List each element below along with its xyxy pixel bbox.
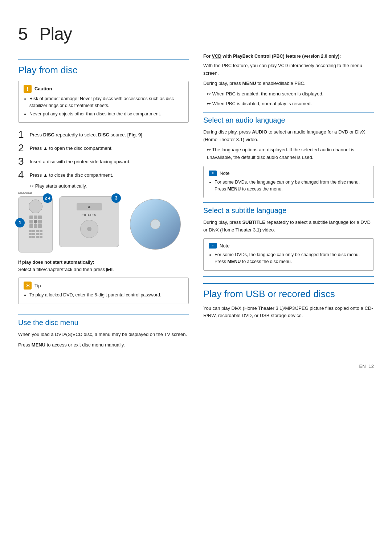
pbc-bullet-1: When PBC is enabled, the menu screen is … bbox=[203, 90, 374, 98]
disc-usb-label: DISC/USB bbox=[18, 191, 32, 195]
step-2: 2 Press ▲ to open the disc compartment. bbox=[18, 143, 189, 154]
pbc-bullet-2: When PBC is disabled, normal play is res… bbox=[203, 100, 374, 108]
tip-box: ✶ Tip To play a locked DVD, enter the 6-… bbox=[18, 278, 189, 304]
divider-2 bbox=[203, 276, 374, 277]
if-play-label: If play does not start automatically: bbox=[18, 259, 189, 266]
tip-list: To play a locked DVD, enter the 6-digit … bbox=[24, 292, 183, 299]
divider-1 bbox=[18, 310, 189, 310]
audio-note-list: For some DVDs, the language can only be … bbox=[209, 179, 368, 193]
step-3: 3 Insert a disc with the printed side fa… bbox=[18, 156, 189, 167]
section-disc-menu: Use the disc menu bbox=[18, 315, 189, 328]
step-1: 1 Press DISC repeatedly to select DISC s… bbox=[18, 129, 189, 140]
tip-label: Tip bbox=[34, 282, 41, 290]
audio-note-box: ≡ Note For some DVDs, the language can o… bbox=[203, 166, 374, 198]
step-4-number: 4 bbox=[18, 169, 30, 181]
pbc-text: With the PBC feature, you can play VCD i… bbox=[203, 62, 374, 77]
pbc-text2: During play, press MENU to enable/disabl… bbox=[203, 80, 374, 87]
badge-24: 2 4 bbox=[43, 193, 52, 203]
subtitle-note-header: ≡ Note bbox=[209, 242, 368, 250]
step-4-text: Press ▲ to close the disc compartment. bbox=[30, 169, 113, 179]
disc-menu-text-1: When you load a DVD/(S)VCD disc, a menu … bbox=[18, 331, 189, 338]
audio-note-label: Note bbox=[220, 170, 229, 177]
if-play-text: Select a title/chapter/track and then pr… bbox=[18, 266, 189, 274]
step-3-text: Insert a disc with the printed side faci… bbox=[30, 156, 130, 165]
subtitle-text: During play, press SUBTITLE repeatedly t… bbox=[203, 219, 374, 234]
caution-box: ! Caution Risk of product damage! Never … bbox=[18, 81, 189, 123]
subtitle-note-list: For some DVDs, the language can only be … bbox=[209, 251, 368, 265]
caution-item-2: Never put any objects other than discs i… bbox=[29, 111, 183, 118]
step-3-number: 3 bbox=[18, 156, 30, 167]
section-subtitle: Select a subtitle language bbox=[203, 202, 374, 216]
section-audio: Select an audio language bbox=[203, 112, 374, 126]
step-4: 4 Press ▲ to close the disc compartment. bbox=[18, 169, 189, 181]
subtitle-note-box: ≡ Note For some DVDs, the language can o… bbox=[203, 238, 374, 271]
pbc-heading: For VCD with PlayBack Control (PBC) feat… bbox=[203, 53, 374, 60]
remote-disc-circle bbox=[29, 200, 42, 213]
left-column: Play from disc ! Caution Risk of product… bbox=[18, 53, 189, 352]
section-usb: Play from USB or recored discs bbox=[203, 283, 374, 301]
device-diagram: DISC/USB bbox=[18, 196, 189, 253]
step-1-text: Press DISC repeatedly to select DISC sou… bbox=[30, 129, 142, 139]
page-footer: EN 12 bbox=[18, 363, 374, 370]
tip-header: ✶ Tip bbox=[24, 282, 183, 290]
right-column: For VCD with PlayBack Control (PBC) feat… bbox=[203, 53, 374, 352]
step-4-sub: Play starts automatically. bbox=[18, 182, 189, 190]
note-icon-audio: ≡ bbox=[209, 171, 217, 176]
caution-item-1: Risk of product damage! Never play discs… bbox=[29, 95, 183, 109]
page-title-chapter: 5 Play bbox=[18, 15, 374, 49]
step-2-text: Press ▲ to open the disc compartment. bbox=[30, 143, 113, 152]
audio-text: During disc play, press AUDIO to select … bbox=[203, 128, 374, 144]
subtitle-note-label: Note bbox=[220, 242, 229, 250]
badge-1: 1 bbox=[15, 218, 25, 227]
audio-note-header: ≡ Note bbox=[209, 170, 368, 177]
badge-3: 3 bbox=[111, 193, 121, 203]
note-icon-subtitle: ≡ bbox=[209, 243, 217, 249]
audio-bullet: The language options are displayed. If t… bbox=[203, 146, 374, 161]
caution-header: ! Caution bbox=[24, 85, 183, 93]
caution-icon: ! bbox=[24, 85, 32, 93]
steps-list: 1 Press DISC repeatedly to select DISC s… bbox=[18, 129, 189, 190]
step-1-number: 1 bbox=[18, 129, 30, 140]
usb-text: You can play DivX (Home Theater 3.1)/MP3… bbox=[203, 305, 374, 320]
caution-label: Caution bbox=[34, 85, 52, 93]
audio-note-item-1: For some DVDs, the language can only be … bbox=[215, 179, 368, 193]
tip-icon: ✶ bbox=[24, 282, 32, 290]
footer-page: 12 bbox=[369, 363, 374, 370]
subtitle-note-item-1: For some DVDs, the language can only be … bbox=[215, 251, 368, 265]
disc-menu-text-2: Press MENU to access or exit disc menu m… bbox=[18, 341, 189, 349]
caution-list: Risk of product damage! Never play discs… bbox=[24, 95, 183, 117]
step-2-number: 2 bbox=[18, 143, 30, 154]
footer-lang: EN bbox=[359, 363, 366, 370]
chapter-title: Play bbox=[39, 24, 72, 44]
tip-item-1: To play a locked DVD, enter the 6-digit … bbox=[29, 292, 183, 299]
section-play-from-disc: Play from disc bbox=[18, 59, 189, 77]
chapter-number: 5 bbox=[18, 24, 28, 44]
